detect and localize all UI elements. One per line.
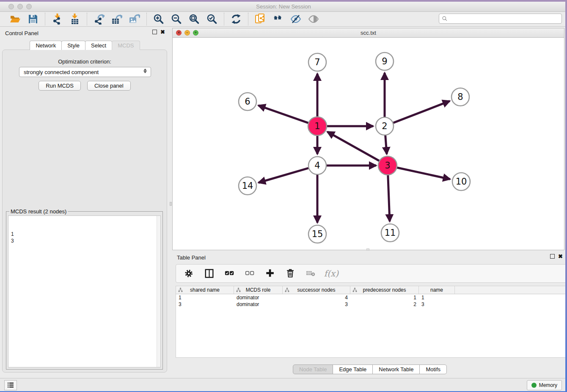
tab-edge-table[interactable]: Edge Table [333, 364, 373, 374]
zoom-in-button[interactable] [152, 13, 165, 25]
float-panel-icon[interactable] [152, 30, 157, 34]
control-panel: Control Panel ✖ NetworkStyleSelectMCDS O… [0, 28, 169, 378]
tab-node-table[interactable]: Node Table [293, 364, 333, 374]
network-canvas[interactable]: 7 9 6 8 1 2 4 3 14 10 15 11 [173, 38, 564, 250]
table-cell[interactable]: 3 [283, 301, 350, 308]
column-label: successor nodes [297, 287, 335, 293]
tab-mcds[interactable]: MCDS [112, 41, 140, 50]
hide-selected-button[interactable] [289, 13, 303, 25]
table-cell[interactable]: 1 [419, 294, 455, 301]
graph-edge-4-14[interactable] [259, 168, 308, 182]
refresh-layout-button[interactable] [229, 13, 243, 25]
graph-node-10[interactable]: 10 [452, 173, 470, 190]
node-label: 1 [314, 121, 320, 131]
zoom-out-button[interactable] [170, 13, 183, 25]
optimization-criterion-dropdown[interactable]: strongly connected component [19, 67, 151, 77]
table-cell[interactable]: dominator [234, 294, 283, 301]
select-all-checks-icon [224, 268, 235, 279]
node-label: 9 [382, 56, 387, 66]
graph-node-9[interactable]: 9 [376, 52, 394, 70]
table-row[interactable]: 3dominator323 [176, 301, 567, 308]
column-header-MCDS-role[interactable]: MCDS role [234, 286, 283, 294]
clear-all-checks-button[interactable] [245, 267, 256, 280]
graph-edge-3-1[interactable] [328, 132, 380, 161]
node-label: 2 [382, 121, 387, 131]
show-all-icon [308, 14, 319, 25]
node-label: 4 [314, 160, 320, 171]
run-mcds-button[interactable]: Run MCDS [39, 81, 81, 91]
table-settings-icon [184, 268, 194, 279]
divider-grip[interactable] [170, 202, 172, 206]
show-columns-icon [204, 268, 215, 279]
graph-node-11[interactable]: 11 [381, 224, 399, 242]
table-settings-button[interactable] [184, 267, 195, 280]
column-label: MCDS role [246, 287, 271, 293]
graph-node-1[interactable]: 1 [308, 117, 327, 135]
table-cell[interactable]: 3 [419, 301, 455, 308]
add-row-button[interactable] [265, 267, 276, 280]
tab-select[interactable]: Select [85, 41, 112, 50]
column-header-predecessor-nodes[interactable]: predecessor nodes [350, 286, 419, 294]
result-scrollbar[interactable] [157, 216, 160, 367]
graph-node-2[interactable]: 2 [376, 117, 394, 135]
column-type-icon [352, 287, 357, 294]
table-row[interactable]: 1dominator411 [176, 294, 567, 301]
close-table-panel-icon[interactable]: ✖ [558, 254, 563, 259]
open-session-button[interactable] [8, 13, 22, 25]
delete-row-button[interactable] [285, 267, 296, 280]
select-all-checks-button[interactable] [224, 267, 235, 280]
export-network-button[interactable] [92, 13, 106, 25]
table-cell[interactable]: dominator [234, 301, 283, 308]
graph-edge-2-3[interactable] [385, 135, 387, 154]
tab-network[interactable]: Network [30, 41, 62, 50]
table-cell[interactable]: 4 [283, 294, 350, 301]
table-cell[interactable]: 3 [176, 301, 234, 308]
table-cell[interactable]: 1 [350, 294, 419, 301]
memory-button[interactable]: Memory [527, 380, 562, 390]
table-panel: Table Panel ✖ f(x) shared nameMCDS roles… [172, 253, 567, 377]
import-table-button[interactable] [68, 13, 82, 25]
graph-node-3[interactable]: 3 [378, 156, 397, 175]
zoom-selected-button[interactable] [205, 13, 219, 25]
import-network-button[interactable] [50, 13, 64, 25]
show-columns-button[interactable] [204, 267, 215, 280]
export-image-button[interactable] [128, 13, 141, 25]
task-history-button[interactable] [4, 380, 17, 390]
graph-node-8[interactable]: 8 [451, 88, 469, 106]
column-header-name[interactable]: name [419, 286, 455, 294]
table-cell[interactable]: 2 [350, 301, 419, 308]
graph-edge-2-8[interactable] [394, 101, 450, 123]
new-network-from-selection-button[interactable] [253, 13, 267, 25]
first-neighbors-button[interactable] [271, 13, 285, 25]
table-cell[interactable]: 1 [176, 294, 234, 301]
tab-motifs[interactable]: Motifs [419, 364, 447, 374]
close-panel-icon[interactable]: ✖ [160, 30, 165, 34]
search-box[interactable] [439, 14, 562, 24]
mcds-result-textarea[interactable]: 13 [8, 215, 161, 367]
search-input[interactable] [449, 14, 561, 23]
zoom-fit-button[interactable] [187, 13, 201, 25]
function-builder-icon: f(x) [324, 268, 339, 279]
graph-node-14[interactable]: 14 [239, 177, 256, 195]
graph-node-7[interactable]: 7 [308, 53, 326, 71]
graph-node-6[interactable]: 6 [239, 93, 256, 110]
show-all-button[interactable] [307, 13, 320, 25]
tab-network-table[interactable]: Network Table [372, 364, 420, 374]
graph-edge-3-11[interactable] [388, 175, 390, 221]
graph-node-15[interactable]: 15 [308, 225, 326, 243]
graph-edge-1-6[interactable] [259, 105, 309, 123]
float-table-panel-icon[interactable] [550, 254, 555, 259]
panel-divider[interactable] [169, 28, 172, 378]
column-header-shared-name[interactable]: shared name [176, 286, 234, 294]
tab-style[interactable]: Style [61, 41, 85, 50]
network-window-titlebar[interactable]: ✕ − + scc.txt [173, 28, 564, 38]
close-panel-button[interactable]: Close panel [87, 81, 131, 91]
delete-table-icon [306, 268, 316, 279]
export-table-button[interactable] [110, 13, 124, 25]
network-bottom-grip[interactable] [366, 248, 369, 251]
save-session-button[interactable] [26, 13, 40, 25]
graph-edge-3-10[interactable] [397, 168, 450, 179]
column-type-icon [178, 287, 183, 294]
column-header-successor-nodes[interactable]: successor nodes [283, 286, 350, 294]
graph-node-4[interactable]: 4 [308, 157, 326, 174]
